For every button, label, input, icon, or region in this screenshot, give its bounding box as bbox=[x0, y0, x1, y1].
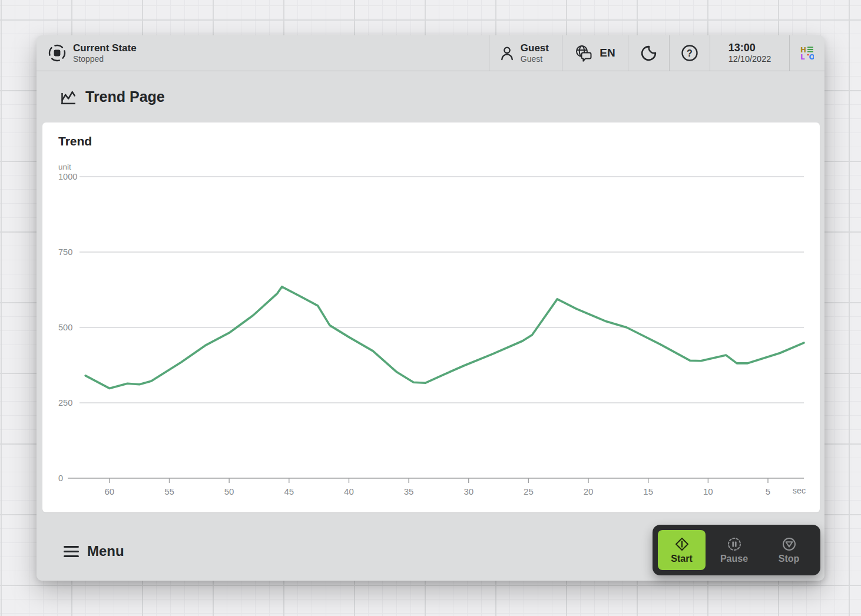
current-state-indicator: Current State Stopped bbox=[37, 35, 137, 71]
stop-label: Stop bbox=[779, 554, 800, 564]
svg-text:0: 0 bbox=[58, 473, 63, 483]
helio-logo: H L O bbox=[789, 35, 824, 71]
user-icon bbox=[499, 45, 515, 61]
bottom-bar: Menu Start Pause bbox=[37, 512, 824, 581]
svg-text:20: 20 bbox=[584, 486, 594, 496]
start-label: Start bbox=[671, 554, 692, 564]
pause-label: Pause bbox=[720, 554, 748, 564]
user-menu[interactable]: Guest Guest bbox=[489, 35, 562, 71]
svg-text:45: 45 bbox=[284, 486, 294, 496]
app-window: Current State Stopped Guest Guest bbox=[37, 35, 824, 581]
svg-text:L: L bbox=[800, 53, 805, 61]
current-state-value: Stopped bbox=[73, 54, 137, 64]
trend-card: Trend 02505007501000unit6055504540353025… bbox=[42, 122, 820, 512]
page-header: Trend Page bbox=[37, 71, 824, 122]
language-selector[interactable]: EN bbox=[562, 35, 628, 71]
svg-text:750: 750 bbox=[58, 247, 72, 257]
svg-text:60: 60 bbox=[104, 486, 114, 496]
svg-text:1000: 1000 bbox=[58, 172, 77, 181]
help-button[interactable]: ? bbox=[669, 35, 710, 71]
moon-icon bbox=[640, 44, 658, 62]
top-bar: Current State Stopped Guest Guest bbox=[37, 35, 824, 71]
user-name: Guest bbox=[521, 42, 549, 54]
svg-text:15: 15 bbox=[643, 486, 653, 496]
help-icon: ? bbox=[680, 44, 699, 62]
svg-text:35: 35 bbox=[404, 486, 414, 496]
machine-controls-panel: Start Pause Stop bbox=[653, 525, 820, 575]
top-bar-right: Guest Guest EN bbox=[489, 35, 824, 71]
svg-text:25: 25 bbox=[524, 486, 534, 496]
svg-text:H: H bbox=[800, 46, 806, 54]
svg-text:55: 55 bbox=[164, 486, 174, 496]
page-title: Trend Page bbox=[85, 88, 165, 105]
svg-text:40: 40 bbox=[344, 486, 354, 496]
menu-button[interactable]: Menu bbox=[64, 543, 124, 559]
dark-mode-toggle[interactable] bbox=[628, 35, 669, 71]
trend-page-icon bbox=[59, 88, 77, 106]
svg-text:30: 30 bbox=[463, 486, 473, 496]
svg-text:5: 5 bbox=[766, 486, 770, 496]
clock-date: 12/10/2022 bbox=[728, 54, 771, 64]
hamburger-icon bbox=[64, 546, 79, 557]
stop-button[interactable]: Stop bbox=[763, 530, 815, 570]
clock-time: 13:00 bbox=[728, 42, 771, 55]
clock: 13:00 12/10/2022 bbox=[710, 35, 789, 71]
trend-chart: 02505007501000unit6055504540353025201510… bbox=[42, 122, 820, 512]
globe-language-icon bbox=[575, 44, 594, 62]
svg-text:250: 250 bbox=[58, 398, 72, 408]
menu-label: Menu bbox=[87, 543, 124, 559]
question-mark-glyph: ? bbox=[687, 48, 693, 58]
start-button[interactable]: Start bbox=[658, 530, 706, 570]
svg-text:500: 500 bbox=[58, 323, 72, 332]
current-state-label: Current State bbox=[73, 42, 137, 54]
svg-text:10: 10 bbox=[703, 486, 713, 496]
svg-text:O: O bbox=[809, 53, 814, 61]
stopped-state-icon bbox=[47, 43, 67, 63]
svg-text:unit: unit bbox=[58, 163, 71, 171]
pause-button[interactable]: Pause bbox=[706, 530, 763, 570]
start-icon bbox=[674, 536, 690, 552]
svg-text:sec: sec bbox=[793, 486, 806, 495]
pause-icon bbox=[727, 536, 742, 552]
svg-text:50: 50 bbox=[224, 486, 234, 496]
language-code: EN bbox=[600, 47, 615, 59]
helio-logo-icon: H L O bbox=[800, 39, 814, 67]
stop-icon bbox=[781, 536, 797, 552]
user-role: Guest bbox=[521, 54, 549, 64]
